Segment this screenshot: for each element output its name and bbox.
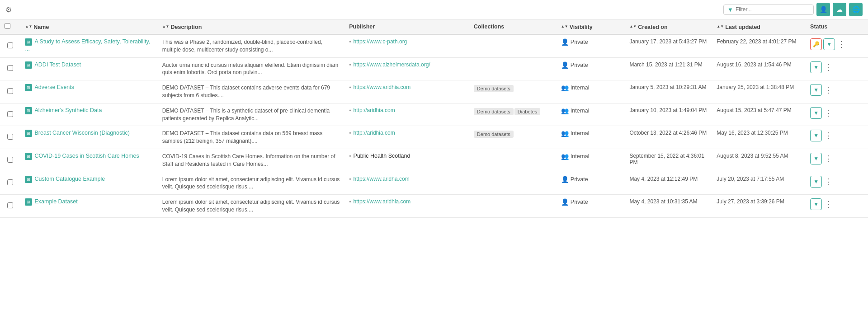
collections-cell-4: Demo datasets [469,126,557,149]
user-icon-btn[interactable]: 👤 [816,3,830,16]
row-checkbox-2[interactable] [7,88,13,94]
gear-button[interactable]: ⚙ [5,5,12,14]
more-options-btn-5[interactable]: ⋮ [823,154,833,164]
status-cell-4: ▼⋮ [806,126,868,149]
more-options-btn-2[interactable]: ⋮ [823,85,833,95]
created-cell-7: May 4, 2023 at 10:31:35 AM [625,195,712,218]
visibility-icon-1: 👤 [561,61,569,69]
visibility-icon-6: 👤 [561,176,569,183]
visibility-cell-1: 👤Private [557,57,625,80]
publisher-link-3[interactable]: http://aridhia.com [354,107,395,113]
col-header-description[interactable]: ▲▼Description [158,19,344,34]
publisher-cell-1: •https://www.alzheimersdata.org/ [344,57,469,80]
row-checkbox-1[interactable] [7,65,13,71]
visibility-cell-6: 👤Private [557,172,625,195]
publisher-cell-0: •https://www.c-path.org [344,34,469,57]
publisher-link-4[interactable]: http://aridhia.com [354,130,395,136]
more-options-btn-0[interactable]: ⋮ [836,39,846,49]
dataset-description-2: DEMO DATASET – This dataset contains adv… [158,80,344,103]
select-all-checkbox[interactable] [5,23,10,29]
dataset-description-5: COVID-19 Cases in Scottish Care Homes. I… [158,149,344,172]
filter-input-wrap: ▼ [723,5,814,15]
bullet-dot-4: • [349,130,351,136]
status-green-btn-0[interactable]: ▼ [823,38,835,50]
filter-input[interactable] [736,6,810,13]
bullet-dot-0: • [349,39,351,45]
status-cell-7: ▼⋮ [806,195,868,218]
row-checkbox-3[interactable] [7,111,13,117]
bullet-dot-7: • [349,199,351,205]
row-checkbox-7[interactable] [7,202,13,208]
publisher-link-7[interactable]: https://www.aridhia.com [354,198,411,205]
status-green-btn-5[interactable]: ▼ [810,153,822,164]
dataset-name-link-0[interactable]: A Study to Assess Efficacy, Safety, Tole… [25,38,150,52]
dataset-icon-3: ⊞ [25,107,32,114]
visibility-cell-4: 👥Internal [557,126,625,149]
table-row: ⊞A Study to Assess Efficacy, Safety, Tol… [0,34,868,57]
datasets-table: ▲▼Name ▲▼Description Publisher Collectio… [0,19,868,218]
status-green-btn-2[interactable]: ▼ [810,84,822,96]
dataset-description-1: Auctor urna nunc id cursus metus aliquam… [158,57,344,80]
collection-tag-4-0[interactable]: Demo datasets [474,131,514,138]
dataset-name-link-3[interactable]: Alzheimer's Synthetic Data [34,107,102,113]
col-header-status: Status [806,19,868,34]
status-cell-5: ▼⋮ [806,149,868,172]
visibility-label-1: Private [571,62,588,68]
col-header-created[interactable]: ▲▼Created on [625,19,712,34]
table-row: ⊞Adverse EventsDEMO DATASET – This datas… [0,80,868,103]
bullet-dot-6: • [349,176,351,183]
dataset-description-7: Lorem ipsum dolor sit amet, consectetur … [158,195,344,218]
status-green-btn-1[interactable]: ▼ [810,61,822,73]
publisher-link-6[interactable]: https://www.aridha.com [354,176,410,182]
collections-cell-5 [469,149,557,172]
more-options-btn-4[interactable]: ⋮ [823,131,833,141]
publisher-link-1[interactable]: https://www.alzheimersdata.org/ [354,61,430,68]
status-green-btn-6[interactable]: ▼ [810,176,822,188]
publisher-link-2[interactable]: https://www.aridhia.com [354,84,411,90]
created-cell-1: March 15, 2023 at 1:21:31 PM [625,57,712,80]
col-header-name[interactable]: ▲▼Name [20,19,157,34]
more-options-btn-3[interactable]: ⋮ [823,108,833,118]
updated-cell-0: February 22, 2023 at 4:01:27 PM [712,34,806,57]
col-header-publisher: Publisher [344,19,469,34]
row-checkbox-4[interactable] [7,134,13,140]
status-red-btn-0[interactable]: 🔑 [810,38,822,50]
dataset-name-link-7[interactable]: Example Dataset [34,198,77,205]
dataset-description-4: DEMO DATASET – This dataset contains dat… [158,126,344,149]
dataset-name-link-1[interactable]: ADDI Test Dataset [34,61,81,68]
dataset-icon-7: ⊞ [25,198,32,206]
col-header-updated[interactable]: ▲▼Last updated [712,19,806,34]
select-all-header [0,19,20,34]
table-row: ⊞ADDI Test DatasetAuctor urna nunc id cu… [0,57,868,80]
more-options-btn-7[interactable]: ⋮ [823,199,833,209]
row-checkbox-5[interactable] [7,157,13,163]
dataset-name-link-2[interactable]: Adverse Events [34,84,74,90]
visibility-icon-2: 👥 [561,84,569,91]
publisher-link-0[interactable]: https://www.c-path.org [354,38,407,45]
collections-cell-1 [469,57,557,80]
status-green-btn-3[interactable]: ▼ [810,107,822,119]
status-green-btn-7[interactable]: ▼ [810,198,822,210]
publisher-cell-7: •https://www.aridhia.com [344,195,469,218]
col-header-visibility[interactable]: ▲▼Visibility [557,19,625,34]
status-cell-6: ▼⋮ [806,172,868,195]
table-row: ⊞COVID-19 Cases in Scottish Care HomesCO… [0,149,868,172]
publisher-text-5: Public Health Scotland [354,153,410,159]
collection-tag-3-1[interactable]: Diabetes [514,108,540,115]
dataset-icon-0: ⊞ [25,38,32,46]
more-options-btn-6[interactable]: ⋮ [823,177,833,187]
row-checkbox-0[interactable] [7,42,13,48]
row-checkbox-6[interactable] [7,179,13,185]
status-green-btn-4[interactable]: ▼ [810,130,822,141]
status-cell-0: 🔑▼⋮ [806,34,868,57]
collection-tag-2-0[interactable]: Demo datasets [474,85,514,92]
globe-icon-btn[interactable]: 🌐 [849,3,863,16]
status-cell-3: ▼⋮ [806,103,868,126]
cloud-icon-btn[interactable]: ☁ [833,3,846,16]
more-options-btn-1[interactable]: ⋮ [823,62,833,72]
dataset-name-link-4[interactable]: Breast Cancer Wisconsin (Diagnostic) [34,130,130,136]
dataset-name-link-5[interactable]: COVID-19 Cases in Scottish Care Homes [34,153,139,159]
collection-tag-3-0[interactable]: Demo datasets [474,108,514,115]
dataset-name-link-6[interactable]: Custom Catalogue Example [34,176,105,182]
bullet-dot-2: • [349,85,351,91]
